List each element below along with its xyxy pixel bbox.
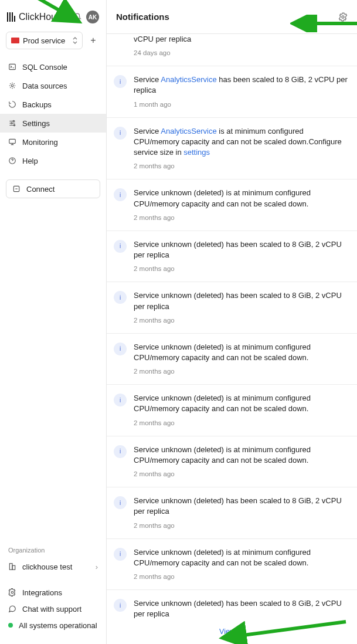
svg-point-1 (11, 84, 13, 87)
nav-label: Monitoring (22, 138, 58, 147)
chat-support-row[interactable]: Chat with support (8, 601, 98, 617)
notification-item[interactable]: ivCPU per replica24 days ago (107, 34, 357, 66)
notification-body: vCPU per replica24 days ago (134, 34, 350, 57)
data-source-icon (8, 82, 16, 90)
notification-body: Service unknown (deleted) has been scale… (134, 239, 350, 273)
sidebar-bottom: Organization clickhouse test › Integrati… (0, 541, 106, 644)
notification-body: Service unknown (deleted) has been scale… (134, 598, 350, 622)
notification-link[interactable]: AnalyticsService (161, 127, 216, 135)
integrations-label: Integrations (22, 588, 62, 597)
notification-item[interactable]: iService unknown (deleted) has been scal… (107, 590, 357, 622)
service-selector-row: Prod service + (0, 32, 106, 55)
notification-time: 2 months ago (134, 367, 350, 376)
notification-message: Service unknown (deleted) is at minimum … (134, 188, 350, 209)
svg-point-3 (11, 123, 12, 124)
chevron-updown-icon (73, 37, 77, 44)
brand-row: ClickHouse AK (0, 6, 106, 32)
notification-list[interactable]: ivCPU per replica24 days agoiService Ana… (107, 34, 357, 622)
notification-message: Service unknown (deleted) is at minimum … (134, 342, 350, 363)
svg-point-11 (342, 16, 344, 18)
notification-time: 2 months ago (134, 572, 350, 581)
notification-time: 2 months ago (134, 161, 350, 171)
notification-item[interactable]: iService unknown (deleted) has been scal… (107, 231, 357, 282)
info-icon: i (114, 599, 127, 612)
nav-settings[interactable]: Settings (0, 114, 106, 133)
notification-item[interactable]: iService AnalyticsService is at minimum … (107, 118, 357, 180)
connect-icon (12, 185, 21, 193)
help-icon (8, 157, 16, 165)
brand-name: ClickHouse (19, 12, 66, 22)
service-color-icon (11, 38, 19, 43)
status-label: All systems operational (19, 621, 97, 630)
notification-link[interactable]: settings (183, 148, 210, 157)
notification-time: 1 month ago (134, 100, 350, 109)
info-icon: i (114, 240, 127, 253)
notification-time: 2 months ago (134, 521, 350, 530)
notification-item[interactable]: iService unknown (deleted) is at minimum… (107, 334, 357, 385)
notification-time: 24 days ago (134, 48, 350, 57)
connect-button[interactable]: Connect (6, 179, 100, 198)
monitor-icon (8, 138, 16, 146)
integrations-icon (8, 588, 16, 596)
notification-body: Service unknown (deleted) has been scale… (134, 290, 350, 324)
notification-body: Service unknown (deleted) is at minimum … (134, 445, 350, 479)
notification-item[interactable]: iService unknown (deleted) is at minimum… (107, 436, 357, 487)
view-all-row: View all (107, 622, 357, 644)
svg-rect-9 (12, 565, 15, 570)
service-selector[interactable]: Prod service (6, 32, 83, 49)
nav-help[interactable]: Help (0, 151, 106, 170)
notification-time: 2 months ago (134, 213, 350, 222)
notification-item[interactable]: iService unknown (deleted) is at minimum… (107, 539, 357, 590)
gear-icon[interactable] (338, 12, 348, 22)
nav-data-sources[interactable]: Data sources (0, 76, 106, 95)
chat-label: Chat with support (22, 605, 81, 614)
info-icon: i (114, 343, 127, 355)
view-all-link[interactable]: View all (219, 628, 244, 636)
notification-item[interactable]: iService unknown (deleted) has been scal… (107, 487, 357, 538)
user-avatar[interactable]: AK (86, 11, 99, 23)
backup-icon (8, 100, 16, 109)
notification-time: 2 months ago (134, 316, 350, 325)
integrations-row[interactable]: Integrations (8, 584, 98, 601)
org-row[interactable]: clickhouse test › (8, 558, 98, 575)
nav-sql-console[interactable]: SQL Console (0, 57, 106, 76)
notification-message: Service unknown (deleted) is at minimum … (134, 445, 350, 466)
panel-header: Notifications (107, 0, 357, 34)
notification-message: Service unknown (deleted) has been scale… (134, 239, 350, 260)
main-panel: Notifications ivCPU per replica24 days a… (107, 0, 357, 644)
sidebar: ClickHouse AK Prod service + (0, 0, 107, 644)
notification-item[interactable]: iService unknown (deleted) is at minimum… (107, 385, 357, 436)
notification-body: Service unknown (deleted) is at minimum … (134, 393, 350, 427)
svg-rect-8 (9, 564, 12, 570)
notification-item[interactable]: iService unknown (deleted) has been scal… (107, 282, 357, 333)
nav-label: Settings (22, 119, 50, 128)
notification-body: Service unknown (deleted) has been scale… (134, 496, 350, 530)
nav-label: SQL Console (22, 63, 67, 72)
notification-link[interactable]: AnalyticsService (161, 75, 216, 84)
bell-icon[interactable] (73, 13, 81, 21)
notification-body: Service unknown (deleted) is at minimum … (134, 547, 350, 581)
notification-message: Service AnalyticsService is at minimum c… (134, 126, 350, 158)
nav-label: Data sources (22, 82, 67, 90)
notification-item[interactable]: iService unknown (deleted) is at minimum… (107, 179, 357, 231)
info-icon: i (114, 445, 127, 458)
status-row[interactable]: All systems operational (8, 617, 98, 633)
info-icon: i (114, 127, 127, 140)
sidebar-nav: SQL Console Data sources Backups Setting… (0, 57, 106, 170)
connect-label: Connect (26, 185, 55, 194)
nav-monitoring[interactable]: Monitoring (0, 133, 106, 151)
add-service-button[interactable]: + (86, 33, 100, 48)
nav-backups[interactable]: Backups (0, 95, 106, 114)
notification-message: Service AnalyticsService has been scaled… (134, 74, 350, 96)
notification-time: 2 months ago (134, 264, 350, 273)
notification-body: Service AnalyticsService has been scaled… (134, 74, 350, 109)
clickhouse-logo-icon (7, 12, 15, 22)
notification-message: Service unknown (deleted) is at minimum … (134, 393, 350, 414)
sliders-icon (8, 119, 16, 127)
notification-item[interactable]: iService AnalyticsService has been scale… (107, 66, 357, 117)
service-name: Prod service (23, 36, 65, 45)
notification-time: 2 months ago (134, 418, 350, 428)
info-icon: i (114, 291, 127, 304)
info-icon: i (114, 548, 127, 561)
info-icon: i (114, 496, 127, 509)
